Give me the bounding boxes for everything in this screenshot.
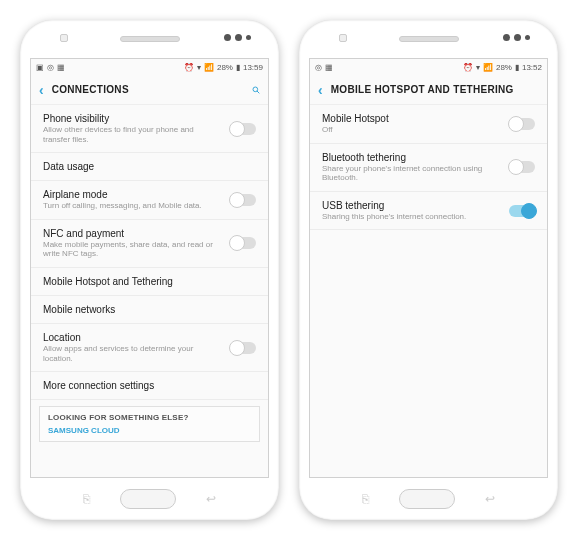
toggle-location[interactable] [230, 342, 256, 354]
back-icon[interactable]: ‹ [39, 82, 44, 98]
phone-bezel-top [299, 20, 558, 58]
alarm-icon: ⏰ [184, 63, 194, 72]
row-title: More connection settings [43, 380, 256, 391]
page-title: CONNECTIONS [52, 84, 129, 95]
toggle-nfc[interactable] [230, 237, 256, 249]
row-title: Mobile Hotspot [322, 113, 501, 124]
search-icon[interactable] [252, 83, 260, 97]
battery-pct: 28% [217, 63, 233, 72]
alarm-icon: ⏰ [463, 63, 473, 72]
row-airplane-mode[interactable]: Airplane mode Turn off calling, messagin… [31, 181, 268, 220]
status-bar: ▣ ◎ ▦ ⏰ ▾ 📶 28% ▮ 13:59 [31, 59, 268, 75]
status-bar: ◎ ▦ ⏰ ▾ 📶 28% ▮ 13:52 [310, 59, 547, 75]
phone-bezel-top [20, 20, 279, 58]
app-bar: ‹ CONNECTIONS [31, 75, 268, 105]
footer-header: LOOKING FOR SOMETHING ELSE? [48, 413, 251, 422]
camera-dots [503, 34, 530, 41]
row-usb-tethering[interactable]: USB tethering Sharing this phone's inter… [310, 192, 547, 231]
battery-pct: 28% [496, 63, 512, 72]
row-subtitle: Allow apps and services to determine you… [43, 344, 222, 363]
signal-icon: 📶 [204, 63, 214, 72]
notif-icon: ▣ [36, 63, 44, 72]
recent-apps-icon[interactable]: ⎘ [362, 492, 369, 506]
notif-icon: ▦ [57, 63, 65, 72]
row-subtitle: Share your phone's internet connection u… [322, 164, 501, 183]
back-icon[interactable]: ‹ [318, 82, 323, 98]
row-phone-visibility[interactable]: Phone visibility Allow other devices to … [31, 105, 268, 153]
sensor-icon [60, 34, 68, 42]
notif-icon: ▦ [325, 63, 333, 72]
notif-icon: ◎ [47, 63, 54, 72]
toggle-bluetooth-tethering[interactable] [509, 161, 535, 173]
toggle-usb-tethering[interactable] [509, 205, 535, 217]
row-title: Airplane mode [43, 189, 222, 200]
row-mobile-networks[interactable]: Mobile networks [31, 296, 268, 324]
phone-bezel-bottom: ⎘ ↩ [20, 478, 279, 520]
wifi-icon: ▾ [197, 63, 201, 72]
settings-list[interactable]: Mobile Hotspot Off Bluetooth tethering S… [310, 105, 547, 477]
sensor-icon [339, 34, 347, 42]
back-hw-icon[interactable]: ↩ [485, 492, 495, 506]
battery-icon: ▮ [236, 63, 240, 72]
recent-apps-icon[interactable]: ⎘ [83, 492, 90, 506]
screen-left: ▣ ◎ ▦ ⏰ ▾ 📶 28% ▮ 13:59 ‹ CONNECTIONS [30, 58, 269, 478]
row-data-usage[interactable]: Data usage [31, 153, 268, 181]
battery-icon: ▮ [515, 63, 519, 72]
phone-right: ◎ ▦ ⏰ ▾ 📶 28% ▮ 13:52 ‹ MOBILE HOTSPOT A… [299, 20, 558, 520]
settings-list[interactable]: Phone visibility Allow other devices to … [31, 105, 268, 477]
phone-left: ▣ ◎ ▦ ⏰ ▾ 📶 28% ▮ 13:59 ‹ CONNECTIONS [20, 20, 279, 520]
row-title: USB tethering [322, 200, 501, 211]
back-hw-icon[interactable]: ↩ [206, 492, 216, 506]
row-title: Bluetooth tethering [322, 152, 501, 163]
svg-line-1 [257, 91, 259, 93]
wifi-icon: ▾ [476, 63, 480, 72]
toggle-phone-visibility[interactable] [230, 123, 256, 135]
row-hotspot-tethering[interactable]: Mobile Hotspot and Tethering [31, 268, 268, 296]
speaker-grille [120, 36, 180, 42]
row-subtitle: Turn off calling, messaging, and Mobile … [43, 201, 222, 211]
page-title: MOBILE HOTSPOT AND TETHERING [331, 84, 514, 95]
row-bluetooth-tethering[interactable]: Bluetooth tethering Share your phone's i… [310, 144, 547, 192]
row-title: Mobile Hotspot and Tethering [43, 276, 256, 287]
row-title: Mobile networks [43, 304, 256, 315]
signal-icon: 📶 [483, 63, 493, 72]
screen-right: ◎ ▦ ⏰ ▾ 📶 28% ▮ 13:52 ‹ MOBILE HOTSPOT A… [309, 58, 548, 478]
row-subtitle: Sharing this phone's internet connection… [322, 212, 501, 222]
row-title: NFC and payment [43, 228, 222, 239]
footer-link-samsung-cloud[interactable]: SAMSUNG CLOUD [48, 426, 251, 435]
home-button[interactable] [120, 489, 176, 509]
clock: 13:59 [243, 63, 263, 72]
phone-bezel-bottom: ⎘ ↩ [299, 478, 558, 520]
row-title: Data usage [43, 161, 256, 172]
footer-card: LOOKING FOR SOMETHING ELSE? SAMSUNG CLOU… [39, 406, 260, 442]
notif-icon: ◎ [315, 63, 322, 72]
row-subtitle: Make mobile payments, share data, and re… [43, 240, 222, 259]
speaker-grille [399, 36, 459, 42]
home-button[interactable] [399, 489, 455, 509]
toggle-mobile-hotspot[interactable] [509, 118, 535, 130]
toggle-airplane-mode[interactable] [230, 194, 256, 206]
row-nfc-payment[interactable]: NFC and payment Make mobile payments, sh… [31, 220, 268, 268]
row-location[interactable]: Location Allow apps and services to dete… [31, 324, 268, 372]
clock: 13:52 [522, 63, 542, 72]
row-title: Location [43, 332, 222, 343]
app-bar: ‹ MOBILE HOTSPOT AND TETHERING [310, 75, 547, 105]
row-subtitle: Allow other devices to find your phone a… [43, 125, 222, 144]
row-title: Phone visibility [43, 113, 222, 124]
row-more-settings[interactable]: More connection settings [31, 372, 268, 400]
svg-point-0 [253, 87, 258, 92]
row-mobile-hotspot[interactable]: Mobile Hotspot Off [310, 105, 547, 144]
camera-dots [224, 34, 251, 41]
row-subtitle: Off [322, 125, 501, 135]
